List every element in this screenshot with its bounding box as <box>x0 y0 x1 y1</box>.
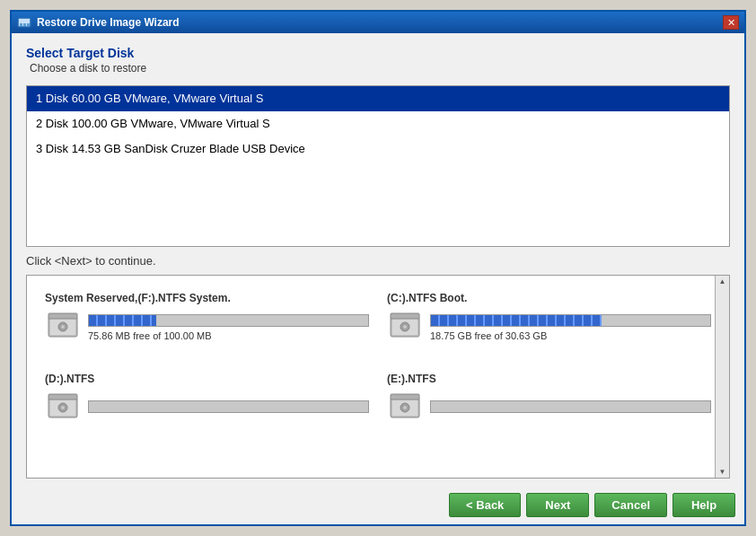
drive-icon <box>45 310 81 342</box>
window-title: Restore Drive Image Wizard <box>37 16 180 29</box>
page-subtitle: Choose a disk to restore <box>30 62 730 75</box>
content-area: Select Target Disk Choose a disk to rest… <box>12 33 744 488</box>
next-button[interactable]: Next <box>526 493 589 517</box>
drive-icon <box>387 310 423 342</box>
partition-card-3: (E:).NTFS <box>378 365 720 446</box>
partition-panel: System Reserved,(F:).NTFS System. 75.86 … <box>26 275 730 479</box>
partition-card-2: (D:).NTFS <box>36 365 378 446</box>
free-space-1: 18.75 GB free of 30.63 GB <box>430 330 711 341</box>
partition-grid: System Reserved,(F:).NTFS System. 75.86 … <box>27 276 729 455</box>
drive-icon <box>45 391 81 423</box>
partition-name-0: System Reserved,(F:).NTFS System. <box>45 292 369 304</box>
partition-progress-bar-1 <box>430 314 711 327</box>
close-button[interactable]: ✕ <box>723 15 739 30</box>
scrollbar[interactable]: ▲ ▼ <box>715 276 729 478</box>
svg-point-18 <box>61 406 65 409</box>
svg-rect-9 <box>48 313 77 319</box>
svg-rect-19 <box>48 394 77 400</box>
continue-text: Click <Next> to continue. <box>26 254 730 268</box>
disk-list: 1 Disk 60.00 GB VMware, VMware Virtual S… <box>26 85 730 247</box>
svg-rect-2 <box>20 23 22 26</box>
svg-rect-24 <box>391 394 419 400</box>
cancel-button[interactable]: Cancel <box>594 493 667 517</box>
svg-point-23 <box>403 406 407 409</box>
scroll-down-icon[interactable]: ▼ <box>719 468 726 476</box>
svg-point-13 <box>403 325 407 329</box>
partition-progress-bar-3 <box>430 400 711 413</box>
free-space-0: 75.86 MB free of 100.00 MB <box>88 330 369 341</box>
partition-card-1: (C:).NTFS Boot. 18.75 GB free of 30.63 G… <box>378 285 720 365</box>
progress-fill-1 <box>431 315 602 326</box>
svg-rect-3 <box>23 23 26 26</box>
partition-name-1: (C:).NTFS Boot. <box>387 292 711 304</box>
help-button[interactable]: Help <box>672 493 735 517</box>
scroll-up-icon[interactable]: ▲ <box>719 277 726 286</box>
disk-item-2[interactable]: 2 Disk 100.00 GB VMware, VMware Virtual … <box>27 111 729 136</box>
partition-card-0: System Reserved,(F:).NTFS System. 75.86 … <box>36 285 378 365</box>
window-icon <box>17 15 31 30</box>
svg-rect-4 <box>27 23 30 26</box>
partition-name-2: (D:).NTFS <box>45 373 369 385</box>
disk-item-3[interactable]: 3 Disk 14.53 GB SanDisk Cruzer Blade USB… <box>27 136 729 162</box>
title-bar: Restore Drive Image Wizard ✕ <box>12 12 744 33</box>
progress-fill-0 <box>89 315 156 326</box>
page-title: Select Target Disk <box>26 46 730 60</box>
disk-item-1[interactable]: 1 Disk 60.00 GB VMware, VMware Virtual S <box>27 86 729 111</box>
back-button[interactable]: < Back <box>449 493 521 517</box>
header-section: Select Target Disk Choose a disk to rest… <box>26 46 730 75</box>
partition-progress-bar-2 <box>88 400 369 413</box>
footer: < Back Next Cancel Help <box>12 488 744 524</box>
drive-icon <box>387 391 423 423</box>
partition-name-3: (E:).NTFS <box>387 373 711 385</box>
main-window: Restore Drive Image Wizard ✕ Select Targ… <box>10 10 746 526</box>
svg-rect-14 <box>391 313 419 319</box>
svg-point-8 <box>61 325 65 329</box>
partition-progress-bar-0 <box>88 314 369 327</box>
